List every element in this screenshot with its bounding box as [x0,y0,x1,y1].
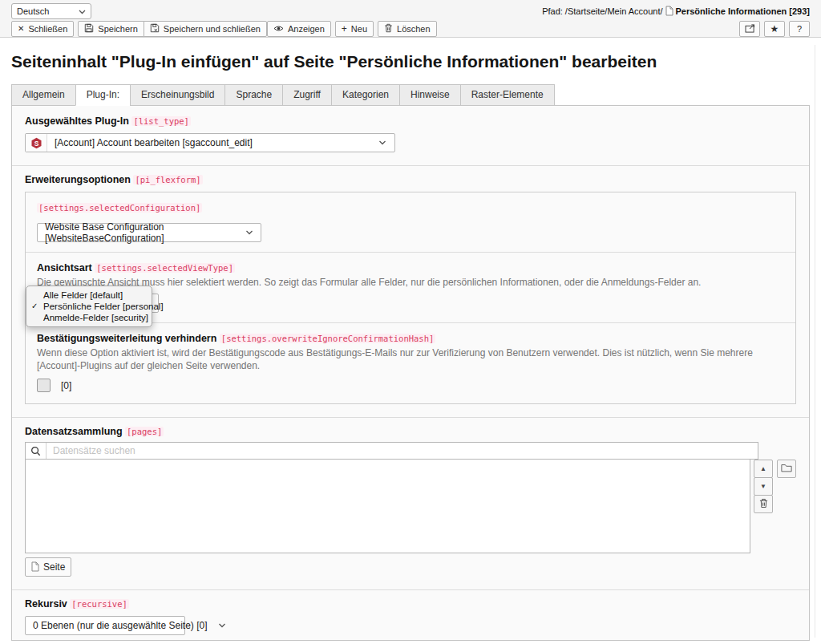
flexform-label-text: Erweiterungsoptionen [25,174,131,185]
save-icon [84,23,94,34]
add-page-button-label: Seite [43,561,65,573]
viewtype-label: Ansichtsart [settings.selectedViewType] [37,262,784,273]
selected-plugin-label-text: Ausgewähltes Plug-In [25,115,129,127]
tab-plug-in[interactable]: Plug-In: [75,84,130,106]
tab-raster-elemente[interactable]: Raster-Elemente [460,84,555,106]
breadcrumb: Pfad: /Startseite/Mein Account/ Persönli… [542,6,810,18]
record-list-box[interactable] [25,459,750,553]
configuration-select[interactable]: Website Base Configuration [WebsiteBaseC… [37,223,261,242]
tab-allgemein[interactable]: Allgemein [11,84,75,106]
toolbar: ✕ Schließen Speichern Speichern und schl… [11,21,437,37]
toolbar-right: ★ ? [739,21,810,37]
confirmation-checkbox-row: [0] [37,379,784,392]
plugin-select-value: [Account] Account bearbeiten [sgaccount_… [47,137,260,148]
trash-icon [759,498,768,510]
recursive-select-value: 0 Ebenen (nur die ausgewählte Seite) [0] [33,620,207,631]
selected-plugin-label: Ausgewähltes Plug-In [list_type] [25,115,796,127]
menu-item-label: Persönliche Felder [personal] [43,302,164,311]
chevron-down-icon [79,6,86,16]
viewtype-field-key: [settings.selectedViewType] [95,263,235,273]
collection-label: Datensatzsammlung [pages] [25,426,796,437]
configuration-label: [settings.selectedConfiguration] [37,202,784,213]
plus-icon: + [342,24,347,34]
tab-hinweise[interactable]: Hinweise [399,84,460,106]
delete-button[interactable]: Löschen [378,21,437,37]
folder-icon [781,464,792,474]
save-and-close-button[interactable]: Speichern und schließen [144,21,267,37]
confirmation-checkbox-label: [0] [61,380,71,391]
menu-item-security[interactable]: Anmelde-Felder [security] [26,312,152,323]
recursive-section: Rekursiv [recursive] 0 Ebenen (nur die a… [12,589,809,641]
save-close-icon [150,23,160,34]
flexform-label: Erweiterungsoptionen [pi_flexform] [25,174,796,185]
star-icon: ★ [770,24,779,34]
confirmation-description: Wenn diese Option aktiviert ist, wird de… [37,346,784,372]
chevron-down-icon [234,230,253,235]
menu-item-label: Anmelde-Felder [security] [43,313,148,322]
open-in-new-window-button[interactable] [739,21,760,37]
record-search-group [25,442,758,460]
menu-item-personal[interactable]: ✓ Persönliche Felder [personal] [26,301,152,312]
flexform-section: Erweiterungsoptionen [pi_flexform] [sett… [12,165,809,417]
help-button[interactable]: ? [789,21,810,37]
tab-erscheinungsbild[interactable]: Erscheinungsbild [130,84,224,106]
language-select-value: Deutsch [17,6,49,16]
close-button[interactable]: ✕ Schließen [11,21,74,37]
add-page-button[interactable]: Seite [25,557,71,577]
tab-bar: Allgemein Plug-In: Erscheinungsbild Spra… [11,84,810,106]
flexform-field-key: [pi_flexform] [133,175,202,184]
check-icon: ✓ [31,302,38,310]
trash-icon [384,23,393,34]
recursive-label-text: Rekursiv [25,598,67,610]
page-icon [665,6,673,18]
collection-field-key: [pages] [125,427,164,436]
svg-text:S: S [34,139,38,147]
open-in-new-icon [745,24,755,34]
plugin-brand-icon: S [26,134,47,152]
menu-item-default[interactable]: Alle Felder [default] [26,290,152,301]
tab-sprache[interactable]: Sprache [224,84,282,106]
chevron-down-icon [367,140,394,145]
arrow-down-icon: ▼ [760,483,766,490]
collection-label-text: Datensatzsammlung [25,426,123,437]
language-select[interactable]: Deutsch [11,3,91,19]
plugin-select[interactable]: S [Account] Account bearbeiten [sgaccoun… [25,133,395,152]
recursive-label: Rekursiv [recursive] [25,598,796,610]
close-icon: ✕ [18,25,24,33]
confirmation-field-key: [settings.overwriteIgnoreConfirmationHas… [220,334,436,343]
tab-zugriff[interactable]: Zugriff [282,84,331,106]
new-button-label: Neu [351,24,367,34]
chevron-down-icon [207,623,226,628]
reorder-button-stack: ▲ ▼ [754,460,773,513]
configuration-select-value: Website Base Configuration [WebsiteBaseC… [45,221,234,244]
selected-plugin-section: Ausgewähltes Plug-In [list_type] S [Acco… [12,106,809,165]
doc-header: Deutsch Pfad: /Startseite/Mein Account/ … [0,0,821,38]
confirmation-checkbox[interactable] [37,379,51,392]
page-icon [31,561,39,573]
browse-records-button[interactable] [777,460,796,478]
tab-kategorien[interactable]: Kategorien [331,84,399,106]
path-label: Pfad: [542,6,563,16]
view-button[interactable]: Anzeigen [267,21,331,37]
help-icon: ? [797,25,802,34]
remove-record-button[interactable] [754,495,773,513]
move-down-button[interactable]: ▼ [754,477,773,496]
save-button-group: Speichern Speichern und schließen [78,21,267,37]
record-title: Persönliche Informationen [293] [676,6,810,16]
divider [26,252,795,253]
recursive-field-key: [recursive] [70,599,129,609]
viewtype-label-text: Ansichtsart [37,262,92,273]
record-search-input[interactable] [47,445,758,456]
save-and-close-button-label: Speichern und schließen [164,24,261,34]
viewtype-select-wrap: Alle Felder [default] ✓ Persönliche Feld… [37,294,159,313]
new-button[interactable]: + Neu [335,21,374,37]
page-title: Seiteninhalt "Plug-In einfügen" auf Seit… [11,51,810,73]
bookmark-button[interactable]: ★ [764,21,785,37]
viewtype-dropdown-menu: Alle Felder [default] ✓ Persönliche Feld… [26,286,152,327]
move-up-button[interactable]: ▲ [754,460,773,478]
view-button-label: Anzeigen [288,24,325,34]
recursive-select[interactable]: 0 Ebenen (nur die ausgewählte Seite) [0] [25,616,185,635]
delete-button-label: Löschen [397,24,431,34]
menu-item-label: Alle Felder [default] [43,290,123,300]
save-button[interactable]: Speichern [78,21,144,37]
